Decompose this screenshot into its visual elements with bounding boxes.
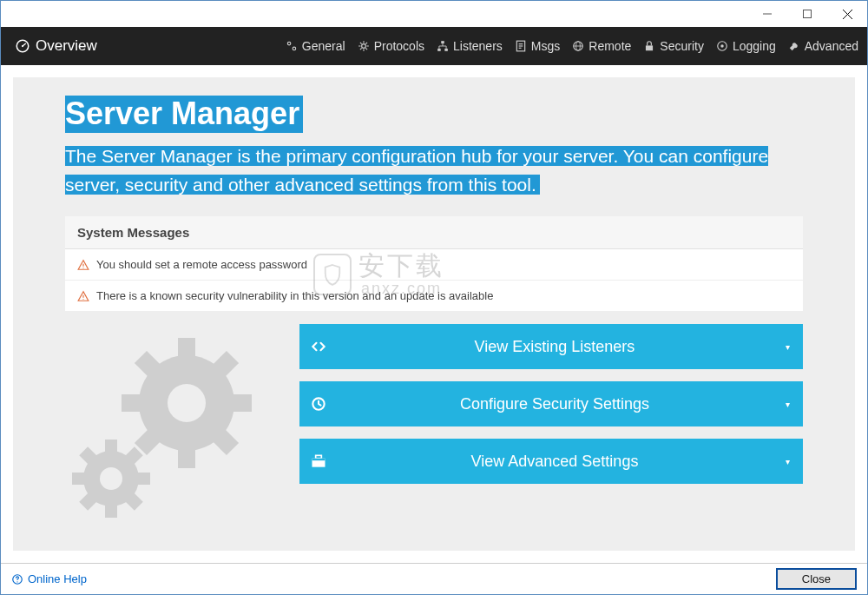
svg-rect-38 (105, 440, 117, 453)
nav-protocols[interactable]: Protocols (358, 39, 424, 53)
maximize-button[interactable] (787, 1, 827, 27)
wrench-icon (788, 40, 800, 52)
globe-icon (572, 40, 584, 52)
sliders-icon (286, 40, 298, 52)
svg-point-46 (100, 467, 122, 490)
svg-rect-12 (444, 49, 448, 51)
dashboard-icon (15, 38, 30, 54)
lock-icon (643, 40, 655, 52)
nav-logging[interactable]: Logging (716, 39, 776, 53)
page-description: The Server Manager is the primary config… (65, 146, 768, 195)
nav-listeners[interactable]: Listeners (437, 39, 503, 53)
svg-rect-40 (72, 473, 85, 485)
system-messages-header: System Messages (65, 216, 803, 249)
nav-general[interactable]: General (286, 39, 345, 53)
svg-rect-41 (137, 473, 150, 485)
close-button[interactable]: Close (776, 568, 857, 590)
caret-down-icon: ▾ (772, 457, 803, 466)
document-icon (515, 40, 527, 52)
svg-rect-28 (178, 338, 195, 357)
content-panel: Server Manager The Server Manager is the… (13, 77, 855, 551)
gear-icon (358, 40, 370, 52)
help-icon (11, 573, 23, 585)
svg-rect-49 (316, 456, 322, 459)
svg-rect-10 (441, 41, 444, 43)
svg-point-36 (168, 384, 206, 422)
gears-illustration (65, 324, 273, 520)
online-help-link[interactable]: Online Help (11, 572, 87, 585)
nav-advanced[interactable]: Advanced (788, 39, 858, 53)
svg-rect-31 (233, 394, 252, 412)
close-window-button[interactable] (827, 1, 867, 27)
warning-icon (77, 290, 89, 302)
svg-rect-39 (105, 505, 117, 518)
sitemap-icon (437, 40, 449, 52)
nav-msgs[interactable]: Msgs (515, 39, 560, 53)
nav-title[interactable]: Overview (15, 37, 97, 55)
caret-down-icon: ▾ (772, 342, 803, 352)
system-message-item: You should set a remote access password (65, 249, 803, 281)
clock-icon (299, 395, 338, 413)
briefcase-icon (299, 453, 338, 470)
svg-point-26 (82, 299, 83, 300)
configure-security-button[interactable]: Configure Security Settings ▾ (299, 381, 803, 426)
disc-icon (716, 40, 728, 52)
code-icon (299, 338, 338, 355)
svg-point-8 (293, 47, 296, 50)
svg-rect-30 (122, 394, 141, 412)
nav-remote[interactable]: Remote (572, 39, 631, 53)
page-title: Server Manager (65, 96, 303, 133)
warning-icon (77, 259, 89, 271)
system-message-item: There is a known security vulnerability … (65, 281, 803, 312)
nav-title-label: Overview (36, 37, 97, 55)
bottom-bar: Online Help Close (1, 563, 867, 594)
caret-down-icon: ▾ (772, 400, 803, 409)
svg-point-6 (22, 45, 23, 47)
view-advanced-button[interactable]: View Advanced Settings ▾ (299, 439, 803, 484)
nav-security[interactable]: Security (643, 39, 704, 53)
svg-point-7 (287, 42, 291, 45)
svg-point-52 (16, 581, 17, 582)
svg-rect-20 (646, 45, 653, 50)
svg-rect-11 (437, 49, 441, 51)
svg-rect-29 (178, 449, 195, 468)
main-navbar: Overview General Protocols Listeners Msg… (1, 27, 867, 65)
svg-point-9 (361, 44, 365, 49)
svg-point-22 (720, 44, 724, 48)
window-titlebar (1, 1, 867, 27)
svg-point-24 (82, 268, 83, 268)
svg-rect-50 (312, 459, 326, 461)
view-listeners-button[interactable]: View Existing Listeners ▾ (299, 324, 803, 369)
minimize-button[interactable] (747, 1, 787, 27)
svg-rect-1 (804, 10, 812, 18)
system-messages-panel: System Messages You should set a remote … (65, 216, 803, 312)
